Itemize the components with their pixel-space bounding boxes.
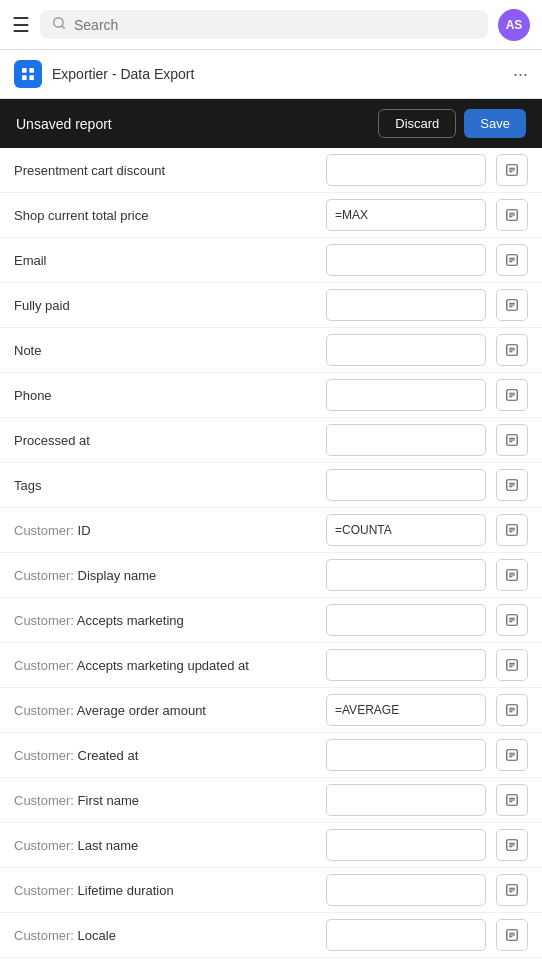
table-row: Presentment cart discount	[0, 148, 542, 193]
table-row: Customer: First name	[0, 778, 542, 823]
field-input-customer-lifetime-duration[interactable]	[326, 874, 486, 906]
report-bar-actions: Discard Save	[378, 109, 526, 138]
calc-button-customer-id[interactable]	[496, 514, 528, 546]
field-input-presentment-cart-discount[interactable]	[326, 154, 486, 186]
calc-button-customer-accepts-marketing[interactable]	[496, 604, 528, 636]
field-input-customer-last-name[interactable]	[326, 829, 486, 861]
table-row: Shop current total price	[0, 193, 542, 238]
calc-button-fully-paid[interactable]	[496, 289, 528, 321]
svg-rect-3	[29, 68, 34, 73]
table-row: Tags	[0, 463, 542, 508]
field-input-shop-current-total-price[interactable]	[326, 199, 486, 231]
field-input-note[interactable]	[326, 334, 486, 366]
field-input-customer-id[interactable]	[326, 514, 486, 546]
calc-button-customer-accepts-marketing-updated-at[interactable]	[496, 649, 528, 681]
calc-button-note[interactable]	[496, 334, 528, 366]
calc-button-customer-lifetime-duration[interactable]	[496, 874, 528, 906]
table-row: Customer: Accepts marketing	[0, 598, 542, 643]
fields-list: Presentment cart discount Shop current t…	[0, 148, 542, 964]
field-input-phone[interactable]	[326, 379, 486, 411]
field-label-phone: Phone	[14, 388, 316, 403]
table-row: Customer: Display name	[0, 553, 542, 598]
field-input-fully-paid[interactable]	[326, 289, 486, 321]
table-row: Email	[0, 238, 542, 283]
calc-button-customer-display-name[interactable]	[496, 559, 528, 591]
table-row: Customer: Average order amount	[0, 688, 542, 733]
table-row: Customer: ID	[0, 508, 542, 553]
field-label-customer-locale: Customer: Locale	[14, 928, 316, 943]
unsaved-report-bar: Unsaved report Discard Save	[0, 99, 542, 148]
field-label-email: Email	[14, 253, 316, 268]
table-row: Customer: Last name	[0, 823, 542, 868]
table-row: Customer: Marketing opt-in level	[0, 958, 542, 964]
field-input-tags[interactable]	[326, 469, 486, 501]
save-button[interactable]: Save	[464, 109, 526, 138]
avatar: AS	[498, 9, 530, 41]
field-input-customer-first-name[interactable]	[326, 784, 486, 816]
top-nav: ☰ AS	[0, 0, 542, 50]
field-label-processed-at: Processed at	[14, 433, 316, 448]
field-input-customer-accepts-marketing-updated-at[interactable]	[326, 649, 486, 681]
field-input-customer-average-order-amount[interactable]	[326, 694, 486, 726]
field-label-presentment-cart-discount: Presentment cart discount	[14, 163, 316, 178]
field-label-customer-accepts-marketing-updated-at: Customer: Accepts marketing updated at	[14, 658, 316, 673]
calc-button-presentment-cart-discount[interactable]	[496, 154, 528, 186]
field-label-note: Note	[14, 343, 316, 358]
field-label-shop-current-total-price: Shop current total price	[14, 208, 316, 223]
table-row: Customer: Created at	[0, 733, 542, 778]
field-label-customer-display-name: Customer: Display name	[14, 568, 316, 583]
field-input-email[interactable]	[326, 244, 486, 276]
calc-button-customer-last-name[interactable]	[496, 829, 528, 861]
field-label-customer-id: Customer: ID	[14, 523, 316, 538]
calc-button-customer-locale[interactable]	[496, 919, 528, 951]
svg-rect-5	[29, 75, 34, 80]
table-row: Fully paid	[0, 283, 542, 328]
field-label-tags: Tags	[14, 478, 316, 493]
calc-button-email[interactable]	[496, 244, 528, 276]
calc-button-shop-current-total-price[interactable]	[496, 199, 528, 231]
app-title: Exportier - Data Export	[52, 66, 194, 82]
discard-button[interactable]: Discard	[378, 109, 456, 138]
field-label-fully-paid: Fully paid	[14, 298, 316, 313]
calc-button-customer-first-name[interactable]	[496, 784, 528, 816]
calc-button-tags[interactable]	[496, 469, 528, 501]
calc-button-phone[interactable]	[496, 379, 528, 411]
search-bar	[40, 10, 488, 39]
field-input-customer-created-at[interactable]	[326, 739, 486, 771]
app-logo	[14, 60, 42, 88]
table-row: Customer: Accepts marketing updated at	[0, 643, 542, 688]
table-row: Customer: Lifetime duration	[0, 868, 542, 913]
field-input-processed-at[interactable]	[326, 424, 486, 456]
svg-rect-2	[22, 68, 27, 73]
field-label-customer-first-name: Customer: First name	[14, 793, 316, 808]
hamburger-icon[interactable]: ☰	[12, 13, 30, 37]
app-header-left: Exportier - Data Export	[14, 60, 194, 88]
search-input[interactable]	[74, 17, 476, 33]
calc-button-processed-at[interactable]	[496, 424, 528, 456]
field-input-customer-accepts-marketing[interactable]	[326, 604, 486, 636]
calc-button-customer-created-at[interactable]	[496, 739, 528, 771]
table-row: Phone	[0, 373, 542, 418]
table-row: Processed at	[0, 418, 542, 463]
table-row: Note	[0, 328, 542, 373]
table-row: Customer: Locale	[0, 913, 542, 958]
field-input-customer-locale[interactable]	[326, 919, 486, 951]
more-options-icon[interactable]: ···	[513, 64, 528, 85]
field-label-customer-last-name: Customer: Last name	[14, 838, 316, 853]
field-label-customer-average-order-amount: Customer: Average order amount	[14, 703, 316, 718]
app-header: Exportier - Data Export ···	[0, 50, 542, 99]
search-icon	[52, 16, 66, 33]
field-label-customer-lifetime-duration: Customer: Lifetime duration	[14, 883, 316, 898]
field-label-customer-accepts-marketing: Customer: Accepts marketing	[14, 613, 316, 628]
svg-rect-4	[22, 75, 27, 80]
calc-button-customer-average-order-amount[interactable]	[496, 694, 528, 726]
field-input-customer-display-name[interactable]	[326, 559, 486, 591]
field-label-customer-created-at: Customer: Created at	[14, 748, 316, 763]
unsaved-report-title: Unsaved report	[16, 116, 112, 132]
svg-line-1	[62, 26, 65, 29]
